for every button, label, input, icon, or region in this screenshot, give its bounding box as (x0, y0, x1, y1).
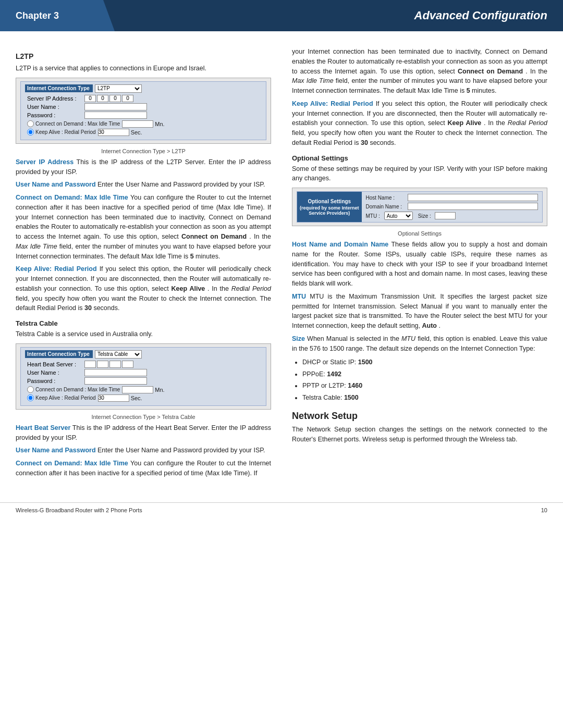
username-input[interactable] (84, 103, 147, 110)
connect-demand-radio-btn[interactable] (27, 120, 34, 127)
form-row-type: Internet Connection Type L2TP (25, 84, 262, 93)
server-ip-para: Server IP Address This is the IP address… (16, 157, 271, 177)
keep-alive-radio: Keep Alive : Redial Period (27, 129, 96, 135)
mtu-label: MTU : (366, 213, 380, 219)
optional-screenshot: Optional Settings (required by some Inte… (292, 188, 547, 226)
footer-left: Wireless-G Broadband Router with 2 Phone… (16, 507, 142, 513)
password-input[interactable] (84, 112, 147, 119)
ip-box-4[interactable] (122, 95, 133, 102)
telstra-username-row: User Name : (27, 369, 262, 376)
size-italic: MTU (401, 335, 415, 342)
keep-alive-radio-label: Keep Alive : Redial Period (35, 129, 96, 135)
keep-alive-text3: field, you specify how often you want th… (16, 295, 271, 312)
telstra-keep-alive-label: Keep Alive : Redial Period (35, 395, 96, 401)
ka-text3: field, you specify how often you want th… (292, 129, 547, 146)
username-row: User Name : (27, 103, 262, 110)
sec-label: Sec. (131, 129, 142, 135)
user-name-text: Enter the User Name and Password provide… (97, 181, 265, 188)
size-para: Size When Manual is selected in the MTU … (292, 334, 547, 354)
page-footer: Wireless-G Broadband Router with 2 Phone… (0, 502, 563, 517)
opt-label-line3: Service Providers) (300, 211, 359, 216)
telstra-connect-label: Connect on Demand : Max Idle Time (35, 387, 120, 392)
ip-box-1[interactable] (84, 95, 96, 102)
telstra-caption: Internet Connection Type > Telstra Cable (16, 414, 271, 420)
keep-alive-para-left: Keep Alive: Redial Period If you select … (16, 264, 271, 313)
size-input[interactable] (435, 212, 456, 219)
telstra-type-label: Internet Connection Type (25, 350, 93, 358)
bullet-bold-3: 1460 (348, 382, 362, 389)
cd-text2: . In the (525, 68, 547, 75)
bullet-item-3: PPTP or L2TP: 1460 (302, 380, 547, 392)
ka-bold1: Keep Alive (448, 119, 482, 127)
hostname-label: Host Name : (366, 195, 408, 201)
telstra-username-input[interactable] (84, 369, 147, 376)
mtu-text: MTU is the Maximum Transmission Unit. It… (292, 293, 547, 329)
l2tp-screenshot-inner: Internet Connection Type L2TP Server IP … (20, 81, 266, 140)
keep-alive-italic1: Redial Period (231, 285, 271, 292)
mtu-select[interactable]: Auto Manual (384, 212, 413, 220)
bullet-list: DHCP or Static IP: 1500 PPPoE: 1492 PPTP… (302, 356, 547, 403)
telstra-username-label: User Name : (27, 369, 84, 376)
bullet-item-2: PPPoE: 1492 (302, 368, 547, 380)
telstra-type-select[interactable]: Telstra Cable (95, 350, 142, 359)
connect-demand-bold1: Connect on Demand (181, 233, 247, 240)
hb-ip-4[interactable] (122, 361, 133, 368)
redial-period-input[interactable] (98, 129, 129, 136)
connect-demand-para: Connect on Demand: Max Idle Time You can… (16, 193, 271, 261)
telstra-connect-radio-btn[interactable] (27, 386, 34, 393)
size-term: Size (292, 335, 305, 342)
ka-text4: seconds. (370, 139, 396, 146)
optional-settings-inner: Optional Settings (required by some Inte… (297, 191, 543, 223)
ip-box-2[interactable] (97, 95, 108, 102)
page-header: Chapter 3 Advanced Configuration (0, 0, 563, 31)
telstra-type-row: Internet Connection Type Telstra Cable (25, 350, 262, 359)
keep-alive-text4: seconds. (93, 304, 119, 312)
connection-type-value: L2TP (95, 84, 142, 93)
telstra-connect-radio: Connect on Demand : Max Idle Time (27, 386, 120, 393)
telstra-password-input[interactable] (84, 377, 147, 385)
user-name2-term: User Name and Password (16, 447, 96, 454)
right-column: your Internet connection has been termin… (282, 42, 563, 487)
keep-alive-radio-btn[interactable] (27, 129, 34, 135)
mtu-term: MTU (292, 293, 306, 300)
keep-alive-bold2: 30 (84, 304, 92, 312)
telstra-keep-alive-btn[interactable] (27, 394, 34, 401)
user-name-term: User Name and Password (16, 181, 96, 188)
host-domain-para: Host Name and Domain Name These fields a… (292, 240, 547, 289)
chapter-label: Chapter 3 (0, 0, 115, 31)
hostname-input[interactable] (408, 194, 538, 201)
ip-box-3[interactable] (109, 95, 121, 102)
bullet-item-1: DHCP or Static IP: 1500 (302, 356, 547, 368)
telstra-keep-alive-radio: Keep Alive : Redial Period (27, 394, 96, 401)
hb-ip-3[interactable] (109, 361, 121, 368)
user-name2-text: Enter the User Name and Password provide… (97, 447, 265, 454)
telstra-type-value: Telstra Cable (95, 350, 142, 359)
password-row: Password : (27, 112, 262, 119)
hb-ip-2[interactable] (97, 361, 108, 368)
telstra-password-label: Password : (27, 378, 84, 384)
keep-alive-term-left: Keep Alive: Redial Period (16, 265, 97, 273)
page-title: Advanced Configuration (115, 0, 563, 31)
password-label: Password : (27, 112, 84, 118)
keep-alive-text2: . In the (207, 285, 231, 292)
domain-input[interactable] (408, 203, 538, 210)
bullet-bold-1: 1500 (358, 359, 373, 366)
connection-type-select[interactable]: L2TP (95, 84, 142, 93)
cd-bold1: Connect on Demand (458, 68, 523, 75)
telstra-screenshot-inner: Internet Connection Type Telstra Cable H… (20, 347, 266, 406)
hb-ip-1[interactable] (84, 361, 96, 368)
network-setup-title: Network Setup (292, 411, 547, 422)
heartbeat-term: Heart Beat Server (16, 424, 70, 431)
connect-demand-text4: minutes. (195, 253, 220, 260)
telstra-idle-input[interactable] (122, 386, 153, 393)
connect-demand2-term: Connect on Demand: Max Idle Time (16, 460, 128, 467)
max-idle-time-input[interactable] (122, 120, 153, 128)
footer-right: 10 (541, 507, 547, 513)
server-ip-inputs (84, 95, 133, 102)
telstra-redial-input[interactable] (98, 394, 129, 402)
cd-bold2: 5 (467, 87, 470, 94)
optional-settings-title: Optional Settings (292, 154, 547, 162)
telstra-password-row: Password : (27, 377, 262, 385)
optional-settings-intro: Some of these settings may be required b… (292, 164, 547, 184)
telstra-connect-row: Connect on Demand : Max Idle Time Mn. (27, 386, 262, 393)
